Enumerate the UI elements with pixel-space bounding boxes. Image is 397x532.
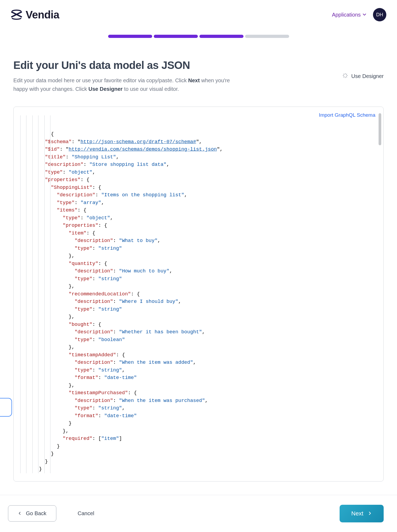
title-block: Edit your Uni's data model as JSON Edit … [13,59,232,93]
progress-step-2 [154,35,198,38]
next-label: Next [351,510,363,517]
brand-name: Vendia [26,9,59,21]
code-gutter [20,115,53,473]
go-back-button[interactable]: Go Back [8,505,56,522]
avatar-initials: DH [376,12,383,18]
chevron-right-icon [368,510,372,517]
header-right: Applications DH [332,8,386,21]
page-title: Edit your Uni's data model as JSON [13,59,232,71]
next-button[interactable]: Next [340,505,384,522]
use-designer-label: Use Designer [351,73,384,79]
go-back-label: Go Back [26,510,46,517]
magic-wand-icon [342,73,348,80]
progress-step-3 [199,35,243,38]
code-editor-content[interactable]: { "$schema": "http://json-schema.org/dra… [20,112,377,473]
brand-logo[interactable]: Vendia [11,9,59,21]
editor-scrollbar-thumb[interactable] [379,113,381,145]
page-description: Edit your data model here or use your fa… [13,76,232,93]
applications-label: Applications [332,12,361,18]
progress-stepper [0,35,397,38]
applications-menu[interactable]: Applications [332,12,367,18]
app-header: Vendia Applications DH [0,0,397,29]
chevron-down-icon [362,12,367,18]
editor-scrollbar[interactable] [379,113,381,475]
progress-step-4 [245,35,289,38]
use-designer-button[interactable]: Use Designer [342,73,384,80]
user-avatar[interactable]: DH [373,8,386,21]
footer-actions: Go Back Cancel Next [0,495,397,532]
chevron-left-icon [18,510,22,517]
side-tab[interactable] [0,398,12,417]
vendia-logo-icon [11,9,22,21]
progress-step-1 [108,35,152,38]
cancel-button[interactable]: Cancel [78,510,94,517]
json-editor[interactable]: Import GraphQL Schema { "$schema": "http… [13,107,384,482]
